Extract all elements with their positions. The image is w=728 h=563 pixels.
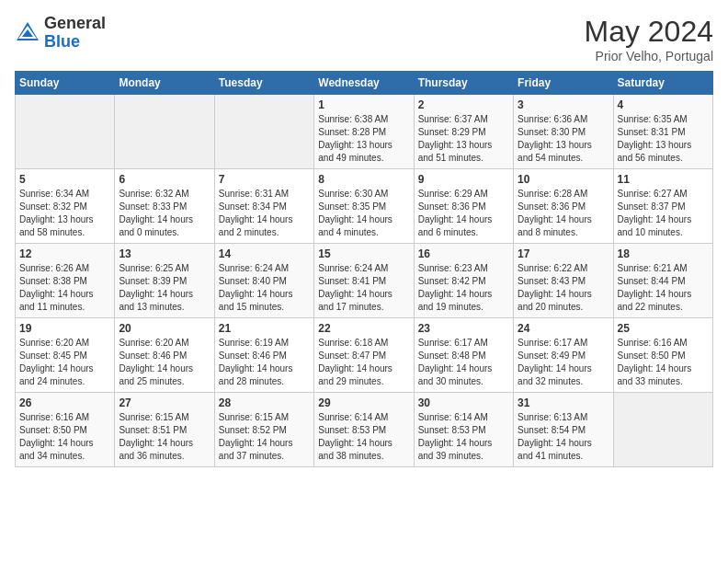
- calendar-cell: 22Sunrise: 6:18 AM Sunset: 8:47 PM Dayli…: [314, 318, 414, 393]
- calendar-header: SundayMondayTuesdayWednesdayThursdayFrid…: [16, 72, 713, 95]
- cell-details: Sunrise: 6:23 AM Sunset: 8:42 PM Dayligh…: [418, 262, 509, 314]
- cell-details: Sunrise: 6:36 AM Sunset: 8:30 PM Dayligh…: [518, 113, 609, 165]
- cell-details: Sunrise: 6:20 AM Sunset: 8:45 PM Dayligh…: [19, 337, 110, 388]
- calendar-cell: 27Sunrise: 6:15 AM Sunset: 8:51 PM Dayli…: [115, 393, 214, 467]
- cell-details: Sunrise: 6:17 AM Sunset: 8:49 PM Dayligh…: [518, 337, 609, 388]
- calendar-cell: 19Sunrise: 6:20 AM Sunset: 8:45 PM Dayli…: [16, 318, 115, 393]
- calendar-cell: 2Sunrise: 6:37 AM Sunset: 8:29 PM Daylig…: [414, 95, 513, 169]
- day-number: 30: [418, 396, 509, 409]
- day-number: 1: [318, 98, 409, 111]
- day-number: 22: [318, 322, 409, 335]
- day-number: 27: [119, 396, 210, 409]
- cell-details: Sunrise: 6:38 AM Sunset: 8:28 PM Dayligh…: [318, 113, 409, 165]
- calendar-cell: 11Sunrise: 6:27 AM Sunset: 8:37 PM Dayli…: [613, 169, 712, 244]
- calendar-week-row: 26Sunrise: 6:16 AM Sunset: 8:50 PM Dayli…: [16, 393, 713, 467]
- day-number: 14: [219, 247, 310, 260]
- calendar-cell: 10Sunrise: 6:28 AM Sunset: 8:36 PM Dayli…: [514, 169, 613, 244]
- calendar-cell: 3Sunrise: 6:36 AM Sunset: 8:30 PM Daylig…: [514, 95, 613, 169]
- calendar-week-row: 1Sunrise: 6:38 AM Sunset: 8:28 PM Daylig…: [16, 95, 713, 169]
- weekday-header-thursday: Thursday: [414, 72, 513, 95]
- day-number: 26: [19, 396, 110, 409]
- calendar-cell: 13Sunrise: 6:25 AM Sunset: 8:39 PM Dayli…: [115, 244, 214, 318]
- day-number: 13: [119, 247, 210, 260]
- logo-blue: Blue: [44, 33, 106, 52]
- cell-details: Sunrise: 6:16 AM Sunset: 8:50 PM Dayligh…: [19, 411, 110, 463]
- calendar-cell: 12Sunrise: 6:26 AM Sunset: 8:38 PM Dayli…: [16, 244, 115, 318]
- logo-icon: [15, 20, 40, 46]
- calendar-cell: 18Sunrise: 6:21 AM Sunset: 8:44 PM Dayli…: [613, 244, 712, 318]
- weekday-header-saturday: Saturday: [613, 72, 712, 95]
- calendar-cell: 9Sunrise: 6:29 AM Sunset: 8:36 PM Daylig…: [414, 169, 513, 244]
- day-number: 4: [618, 98, 709, 111]
- cell-details: Sunrise: 6:14 AM Sunset: 8:53 PM Dayligh…: [318, 411, 409, 463]
- weekday-header-wednesday: Wednesday: [314, 72, 414, 95]
- cell-details: Sunrise: 6:16 AM Sunset: 8:50 PM Dayligh…: [618, 337, 709, 388]
- cell-details: Sunrise: 6:29 AM Sunset: 8:36 PM Dayligh…: [418, 188, 509, 239]
- cell-details: Sunrise: 6:32 AM Sunset: 8:33 PM Dayligh…: [119, 188, 210, 239]
- day-number: 19: [19, 322, 110, 335]
- calendar-cell: 7Sunrise: 6:31 AM Sunset: 8:34 PM Daylig…: [214, 169, 313, 244]
- calendar-cell: 31Sunrise: 6:13 AM Sunset: 8:54 PM Dayli…: [514, 393, 613, 467]
- calendar-cell: 6Sunrise: 6:32 AM Sunset: 8:33 PM Daylig…: [115, 169, 214, 244]
- day-number: 21: [219, 322, 310, 335]
- calendar-cell: [115, 95, 214, 169]
- day-number: 17: [518, 247, 609, 260]
- cell-details: Sunrise: 6:27 AM Sunset: 8:37 PM Dayligh…: [618, 188, 709, 239]
- day-number: 31: [518, 396, 609, 409]
- day-number: 6: [119, 173, 210, 186]
- calendar-cell: 15Sunrise: 6:24 AM Sunset: 8:41 PM Dayli…: [314, 244, 414, 318]
- calendar-week-row: 19Sunrise: 6:20 AM Sunset: 8:45 PM Dayli…: [16, 318, 713, 393]
- calendar-cell: 16Sunrise: 6:23 AM Sunset: 8:42 PM Dayli…: [414, 244, 513, 318]
- calendar-body: 1Sunrise: 6:38 AM Sunset: 8:28 PM Daylig…: [16, 95, 713, 467]
- calendar-cell: 14Sunrise: 6:24 AM Sunset: 8:40 PM Dayli…: [214, 244, 313, 318]
- day-number: 23: [418, 322, 509, 335]
- cell-details: Sunrise: 6:24 AM Sunset: 8:41 PM Dayligh…: [318, 262, 409, 314]
- calendar-cell: 20Sunrise: 6:20 AM Sunset: 8:46 PM Dayli…: [115, 318, 214, 393]
- calendar-cell: 23Sunrise: 6:17 AM Sunset: 8:48 PM Dayli…: [414, 318, 513, 393]
- day-number: 9: [418, 173, 509, 186]
- cell-details: Sunrise: 6:30 AM Sunset: 8:35 PM Dayligh…: [318, 188, 409, 239]
- logo-text: General Blue: [44, 15, 106, 52]
- day-number: 3: [518, 98, 609, 111]
- cell-details: Sunrise: 6:20 AM Sunset: 8:46 PM Dayligh…: [119, 337, 210, 388]
- day-number: 29: [318, 396, 409, 409]
- calendar-cell: 30Sunrise: 6:14 AM Sunset: 8:53 PM Dayli…: [414, 393, 513, 467]
- weekday-header-row: SundayMondayTuesdayWednesdayThursdayFrid…: [16, 72, 713, 95]
- title-block: May 2024 Prior Velho, Portugal: [584, 15, 713, 63]
- cell-details: Sunrise: 6:15 AM Sunset: 8:52 PM Dayligh…: [219, 411, 310, 463]
- weekday-header-monday: Monday: [115, 72, 214, 95]
- weekday-header-sunday: Sunday: [16, 72, 115, 95]
- cell-details: Sunrise: 6:24 AM Sunset: 8:40 PM Dayligh…: [219, 262, 310, 314]
- cell-details: Sunrise: 6:28 AM Sunset: 8:36 PM Dayligh…: [518, 188, 609, 239]
- logo: General Blue: [15, 15, 106, 52]
- cell-details: Sunrise: 6:21 AM Sunset: 8:44 PM Dayligh…: [618, 262, 709, 314]
- day-number: 15: [318, 247, 409, 260]
- day-number: 16: [418, 247, 509, 260]
- location: Prior Velho, Portugal: [584, 49, 713, 63]
- cell-details: Sunrise: 6:19 AM Sunset: 8:46 PM Dayligh…: [219, 337, 310, 388]
- calendar-cell: 25Sunrise: 6:16 AM Sunset: 8:50 PM Dayli…: [613, 318, 712, 393]
- day-number: 18: [618, 247, 709, 260]
- calendar-week-row: 5Sunrise: 6:34 AM Sunset: 8:32 PM Daylig…: [16, 169, 713, 244]
- calendar-cell: 24Sunrise: 6:17 AM Sunset: 8:49 PM Dayli…: [514, 318, 613, 393]
- calendar-cell: 1Sunrise: 6:38 AM Sunset: 8:28 PM Daylig…: [314, 95, 414, 169]
- page-header: General Blue May 2024 Prior Velho, Portu…: [15, 15, 713, 63]
- day-number: 11: [618, 173, 709, 186]
- day-number: 2: [418, 98, 509, 111]
- cell-details: Sunrise: 6:17 AM Sunset: 8:48 PM Dayligh…: [418, 337, 509, 388]
- cell-details: Sunrise: 6:25 AM Sunset: 8:39 PM Dayligh…: [119, 262, 210, 314]
- day-number: 5: [19, 173, 110, 186]
- cell-details: Sunrise: 6:18 AM Sunset: 8:47 PM Dayligh…: [318, 337, 409, 388]
- day-number: 10: [518, 173, 609, 186]
- calendar-cell: 4Sunrise: 6:35 AM Sunset: 8:31 PM Daylig…: [613, 95, 712, 169]
- month-year: May 2024: [584, 15, 713, 49]
- logo-general: General: [44, 15, 106, 33]
- calendar-cell: [214, 95, 313, 169]
- day-number: 28: [219, 396, 310, 409]
- day-number: 8: [318, 173, 409, 186]
- calendar-cell: 21Sunrise: 6:19 AM Sunset: 8:46 PM Dayli…: [214, 318, 313, 393]
- day-number: 25: [618, 322, 709, 335]
- cell-details: Sunrise: 6:34 AM Sunset: 8:32 PM Dayligh…: [19, 188, 110, 239]
- day-number: 24: [518, 322, 609, 335]
- calendar-cell: 17Sunrise: 6:22 AM Sunset: 8:43 PM Dayli…: [514, 244, 613, 318]
